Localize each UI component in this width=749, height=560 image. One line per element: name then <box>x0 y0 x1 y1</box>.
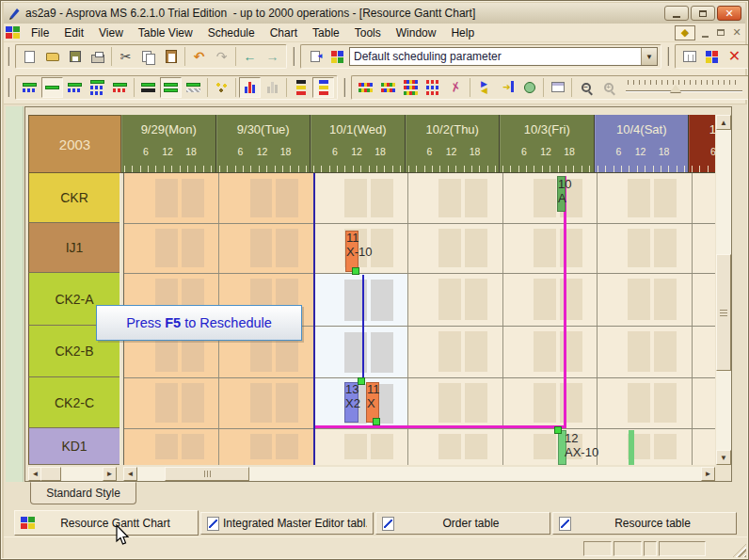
scheduling-parameter-combobox[interactable]: Default scheduling parameter ▼ <box>349 47 658 66</box>
day-header-cell-sunday[interactable]: 10/5(Sun) 61218 <box>689 115 715 173</box>
new-file-button[interactable] <box>19 46 40 67</box>
delete-button[interactable]: ✕ <box>724 46 745 67</box>
menu-schedule[interactable]: Schedule <box>200 24 263 41</box>
drag-handle[interactable] <box>352 267 359 275</box>
day-header-cell-saturday[interactable]: 10/4(Sat) 61218 <box>595 115 690 173</box>
toolbar-grip[interactable] <box>8 47 9 66</box>
zoom-slider[interactable] <box>624 78 744 97</box>
swap-arrows-icon[interactable]: ▶◀ <box>473 77 495 98</box>
zoom-out-button[interactable]: − <box>575 77 597 98</box>
gantt-hatched-bar-icon[interactable] <box>183 77 204 98</box>
gantt-rows-view-icon[interactable] <box>64 77 86 98</box>
toolbar-grip[interactable] <box>293 47 295 66</box>
style-tab-standard[interactable]: Standard Style <box>30 482 136 504</box>
operation-block[interactable] <box>629 430 634 465</box>
minimize-button[interactable] <box>664 6 689 21</box>
jump-to-icon[interactable]: ➔ <box>496 77 518 98</box>
menu-table-view[interactable]: Table View <box>131 24 200 41</box>
restore-button[interactable] <box>691 6 715 21</box>
forward-button[interactable]: → <box>262 46 283 67</box>
mdi-minimize-button[interactable] <box>698 26 711 40</box>
menu-file[interactable]: File <box>24 24 56 41</box>
horizontal-scroll-thumb[interactable] <box>165 467 249 481</box>
resource-row-header[interactable]: IJ1 <box>28 223 120 273</box>
horizontal-scroll-thumb[interactable] <box>40 467 61 481</box>
day-header-cell[interactable]: 9/30(Tue) 61218 <box>216 115 311 173</box>
day-header-cell[interactable]: 10/2(Thu) 61218 <box>406 115 501 173</box>
tab-integrated-master-editor[interactable]: Integrated Master Editor tabl... <box>200 512 374 535</box>
block-stack-icon[interactable] <box>290 77 311 98</box>
operations-lines-icon[interactable] <box>422 77 444 98</box>
grid-jump-icon[interactable] <box>327 46 348 67</box>
scroll-down-button[interactable]: ▼ <box>716 450 731 465</box>
drag-handle[interactable] <box>554 426 562 434</box>
drag-handle[interactable] <box>358 377 365 385</box>
resource-row-header[interactable]: CK2-C <box>28 377 120 428</box>
resource-gantt-view-icon[interactable] <box>19 77 40 98</box>
zoom-slider-thumb[interactable] <box>670 85 681 92</box>
toolbar-grip[interactable] <box>8 78 9 97</box>
day-header-cell[interactable]: 10/3(Fri) 61218 <box>500 115 595 173</box>
resource-row-header[interactable]: CKR <box>28 173 120 223</box>
scatter-plot-icon[interactable] <box>211 77 232 98</box>
load-graph-icon[interactable] <box>239 77 261 98</box>
table-jump-icon[interactable]: ◄ <box>304 46 326 67</box>
flowchart-button[interactable] <box>678 46 700 67</box>
vertical-scroll-thumb[interactable] <box>716 254 731 371</box>
zoom-in-button[interactable]: + <box>598 77 619 98</box>
scroll-right-button[interactable]: ► <box>103 467 117 481</box>
redo-button[interactable]: ↷ <box>211 46 232 67</box>
menu-view[interactable]: View <box>91 24 131 41</box>
gantt-black-bar-icon[interactable] <box>137 77 159 98</box>
back-button[interactable]: ← <box>239 46 261 67</box>
scroll-right-button[interactable]: ► <box>701 467 715 481</box>
load-graph-gray-icon[interactable] <box>262 77 283 98</box>
open-file-button[interactable] <box>41 46 63 67</box>
operations-view3-icon[interactable] <box>400 77 422 98</box>
print-button[interactable] <box>87 46 108 67</box>
chart-scrollbar[interactable]: ◄ ► <box>123 467 715 481</box>
gantt-rows-red-view-icon[interactable] <box>109 77 131 98</box>
menu-edit[interactable]: Edit <box>56 24 91 41</box>
gantt-green-bars-icon[interactable] <box>160 77 182 98</box>
properties-dialog-icon[interactable] <box>547 77 568 98</box>
paste-button[interactable] <box>160 46 182 67</box>
menu-chart[interactable]: Chart <box>263 24 305 41</box>
scroll-up-button[interactable]: ▲ <box>716 115 731 130</box>
gantt-rows2-view-icon[interactable] <box>87 77 108 98</box>
toolbar-grip[interactable] <box>667 47 669 66</box>
tab-order-table[interactable]: Order table <box>375 512 550 535</box>
day-header-cell[interactable]: 10/1(Wed) 61218 <box>311 115 406 173</box>
undo-button[interactable]: ↶ <box>188 46 210 67</box>
copy-button[interactable] <box>137 46 159 67</box>
mdi-restore-button[interactable] <box>714 26 727 40</box>
resource-row-header[interactable]: KD1 <box>28 428 120 465</box>
save-button[interactable] <box>64 46 86 67</box>
menu-table[interactable]: Table <box>305 24 347 41</box>
scroll-left-button[interactable]: ◄ <box>123 467 137 481</box>
operations-view2-icon[interactable] <box>377 77 399 98</box>
selection-region[interactable] <box>313 273 408 429</box>
tab-resource-gantt-chart[interactable]: Resource Gantt Chart <box>14 510 199 536</box>
vertical-scrollbar[interactable]: ▲ ▼ <box>716 115 731 465</box>
resource-column-scrollbar[interactable]: ◄ ► <box>28 467 117 481</box>
menu-help[interactable]: Help <box>443 24 482 41</box>
resize-grip[interactable] <box>733 544 746 557</box>
cut-button[interactable]: ✂ <box>115 46 136 67</box>
tab-resource-table[interactable]: Resource table <box>552 512 737 535</box>
toolbar-grip[interactable] <box>343 78 345 97</box>
operations-view1-icon[interactable] <box>355 77 376 98</box>
menu-window[interactable]: Window <box>389 24 444 41</box>
day-header-cell[interactable]: 9/29(Mon) 61218 <box>121 115 216 173</box>
diamond-button[interactable]: ◆ <box>675 25 695 40</box>
drag-handle[interactable] <box>373 418 380 425</box>
menu-tools[interactable]: Tools <box>347 24 389 41</box>
block-stack2-icon[interactable] <box>312 77 334 98</box>
time-settings-icon[interactable] <box>518 77 540 98</box>
close-button[interactable]: ✕ <box>717 6 741 21</box>
combobox-dropdown-arrow[interactable]: ▼ <box>641 48 657 65</box>
gantt-bar-view-icon[interactable] <box>41 77 63 98</box>
pegging-lines-icon[interactable]: ✗ <box>445 77 467 98</box>
colored-blocks-button[interactable] <box>701 46 723 67</box>
mdi-close-button[interactable]: ✕ <box>730 26 743 40</box>
